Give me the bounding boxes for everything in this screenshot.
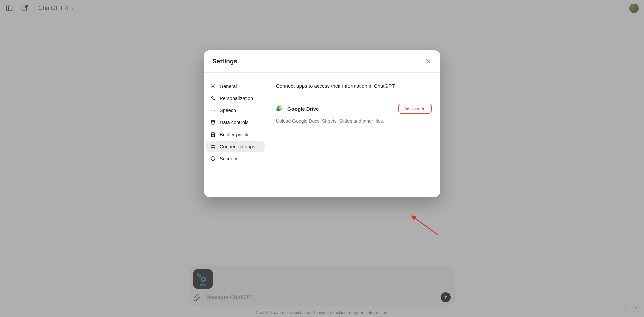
google-drive-icon	[276, 105, 283, 112]
svg-point-17	[211, 120, 215, 122]
nav-label: Speech	[220, 108, 236, 113]
close-button[interactable]	[425, 58, 432, 65]
shield-icon	[210, 156, 216, 161]
annotation-arrow	[411, 215, 441, 238]
modal-title: Settings	[212, 58, 237, 65]
nav-label: Connected apps	[220, 144, 255, 149]
disconnect-button[interactable]: Disconnect	[398, 104, 432, 114]
person-gear-icon	[210, 96, 216, 101]
modal-overlay[interactable]: Settings General Personalization Speech	[0, 0, 644, 317]
settings-modal: Settings General Personalization Speech	[204, 50, 440, 197]
svg-point-22	[211, 147, 212, 148]
nav-item-builder-profile[interactable]: Builder profile	[206, 129, 265, 140]
app-subtext: Upload Google Docs, Sheets, Slides and o…	[276, 118, 432, 124]
waveform-icon	[210, 108, 216, 113]
settings-content: Connect apps to access their information…	[267, 73, 440, 197]
svg-point-9	[212, 86, 214, 87]
gear-icon	[210, 84, 216, 89]
nav-label: Builder profile	[220, 132, 250, 137]
database-icon	[210, 120, 216, 125]
divider	[276, 96, 432, 96]
nav-label: General	[220, 84, 237, 89]
svg-point-21	[214, 145, 215, 146]
nav-label: Security	[220, 156, 237, 161]
nav-label: Personalization	[220, 96, 253, 101]
content-description: Connect apps to access their information…	[276, 83, 432, 89]
nav-item-speech[interactable]: Speech	[206, 105, 265, 116]
nav-item-security[interactable]: Security	[206, 153, 265, 164]
svg-line-24	[414, 217, 438, 235]
svg-point-19	[213, 134, 214, 135]
nav-item-connected-apps[interactable]: Connected apps	[206, 141, 265, 152]
svg-point-10	[211, 97, 213, 98]
apps-grid-icon	[210, 144, 216, 149]
settings-nav: General Personalization Speech Data cont…	[204, 73, 267, 197]
nav-item-personalization[interactable]: Personalization	[206, 93, 265, 104]
svg-point-11	[214, 99, 215, 100]
nav-item-general[interactable]: General	[206, 81, 265, 92]
nav-item-data-controls[interactable]: Data controls	[206, 117, 265, 128]
close-icon	[425, 58, 432, 65]
modal-header: Settings	[204, 50, 440, 73]
svg-point-23	[214, 147, 215, 148]
svg-point-20	[211, 145, 212, 146]
nav-label: Data controls	[220, 120, 248, 125]
connected-app-row: Google Drive Disconnect	[276, 104, 432, 114]
id-card-icon	[210, 132, 216, 137]
app-name: Google Drive	[287, 106, 319, 112]
